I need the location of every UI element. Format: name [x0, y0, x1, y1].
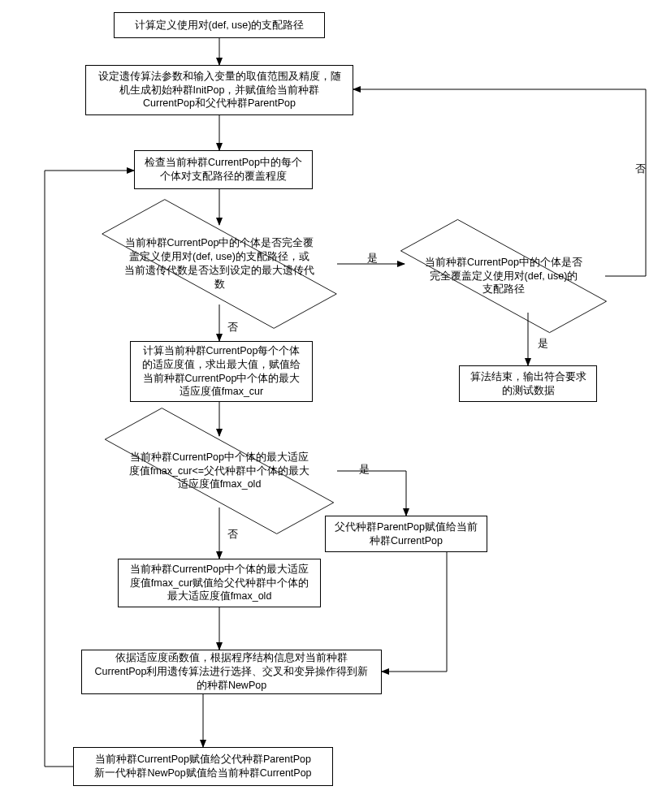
node-text: 当前种群CurrentPop中个体的最大适应度值fmax_cur赋值给父代种群中… [127, 563, 312, 604]
label-d3-no: 否 [226, 528, 240, 542]
node-text: 算法结束，输出符合要求的测试数据 [468, 370, 588, 398]
label-d3-yes: 是 [357, 463, 371, 477]
node-text: 设定遗传算法参数和输入变量的取值范围及精度，随机生成初始种群InitPop，并赋… [94, 70, 344, 111]
label-d1-no: 否 [226, 321, 240, 335]
node-parent-to-current: 父代种群ParentPop赋值给当前种群CurrentPop [325, 516, 487, 552]
decision-full-coverage: 当前种群CurrentPop中的个体是否完全覆盖定义使用对(def, use)的… [398, 235, 609, 317]
node-text: 计算当前种群CurrentPop每个个体的适应度值，求出最大值，赋值给当前种群C… [139, 344, 304, 400]
node-check-coverage: 检查当前种群CurrentPop中的每个个体对支配路径的覆盖程度 [134, 150, 313, 189]
node-init-population: 设定遗传算法参数和输入变量的取值范围及精度，随机生成初始种群InitPop，并赋… [85, 65, 353, 115]
node-compute-fitness: 计算当前种群CurrentPop每个个体的适应度值，求出最大值，赋值给当前种群C… [130, 341, 313, 402]
node-text: 依据适应度函数值，根据程序结构信息对当前种群CurrentPop利用遗传算法进行… [90, 651, 373, 693]
label-d2-no: 否 [634, 162, 647, 176]
label-d2-yes: 是 [536, 337, 550, 351]
node-text: 检查当前种群CurrentPop中的每个个体对支配路径的覆盖程度 [143, 156, 304, 184]
node-compute-dominating-path: 计算定义使用对(def, use)的支配路径 [114, 12, 325, 38]
node-algorithm-end: 算法结束，输出符合要求的测试数据 [459, 365, 597, 402]
decision-text: 当前种群CurrentPop中的个体是否完全覆盖定义使用对(def, use)的… [418, 256, 589, 297]
decision-coverage-or-maxgen: 当前种群CurrentPop中的个体是否完全覆盖定义使用对(def, use)的… [97, 219, 341, 309]
node-pop-reassign: 当前种群CurrentPop赋值给父代种群ParentPop 新一代种群NewP… [73, 747, 333, 786]
decision-text: 当前种群CurrentPop中的个体是否完全覆盖定义使用对(def, use)的… [118, 236, 321, 292]
decision-text: 当前种群CurrentPop中个体的最大适应度值fmax_cur<=父代种群中个… [122, 451, 317, 492]
node-fmax-assign: 当前种群CurrentPop中个体的最大适应度值fmax_cur赋值给父代种群中… [118, 559, 321, 607]
node-ga-operations: 依据适应度函数值，根据程序结构信息对当前种群CurrentPop利用遗传算法进行… [81, 650, 382, 694]
decision-fmax-compare: 当前种群CurrentPop中个体的最大适应度值fmax_cur<=父代种群中个… [97, 430, 341, 512]
node-text: 计算定义使用对(def, use)的支配路径 [135, 19, 305, 32]
node-text: 父代种群ParentPop赋值给当前种群CurrentPop [334, 520, 478, 548]
node-text: 当前种群CurrentPop赋值给父代种群ParentPop 新一代种群NewP… [94, 753, 311, 780]
label-d1-yes: 是 [366, 252, 379, 266]
